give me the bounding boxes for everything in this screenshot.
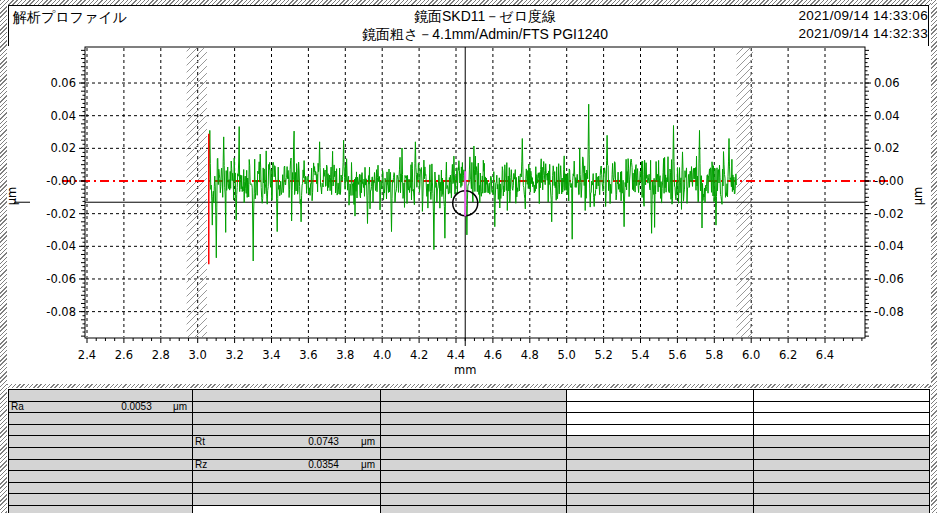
y-axis-left-labels: 0.060.040.02-0.00-0.02-0.04-0.06-0.08 (46, 76, 76, 319)
table-cell (754, 413, 930, 425)
table-cell (567, 448, 754, 460)
table-cell (381, 494, 567, 506)
table-cell (193, 390, 381, 402)
table-cell (381, 471, 567, 483)
metric-unit: μm (339, 436, 380, 447)
table-cell (567, 494, 754, 506)
table-cell (193, 448, 381, 460)
table-cell (9, 471, 193, 483)
svg-text:μm: μm (911, 187, 925, 206)
table-cell (193, 425, 381, 437)
svg-text:5.0: 5.0 (558, 348, 576, 362)
svg-text:4.4: 4.4 (447, 348, 465, 362)
svg-text:0.06: 0.06 (874, 76, 900, 90)
table-cell (9, 390, 193, 402)
table-cell (754, 425, 930, 437)
table-cell (9, 425, 193, 437)
table-cell (381, 448, 567, 460)
svg-text:4.0: 4.0 (373, 348, 391, 362)
metric-value: 0.0743 (221, 436, 339, 447)
metric-value: 0.0053 (37, 401, 152, 412)
svg-text:-0.04: -0.04 (46, 239, 76, 253)
y-axis-unit-right: μm (911, 187, 925, 206)
table-cell (754, 471, 930, 483)
table-cell (754, 402, 930, 414)
table-cell (754, 494, 930, 506)
results-table: Ra0.0053μmRt0.0743μmRz0.0354μm (8, 389, 930, 513)
x-axis-unit: mm (454, 363, 476, 377)
table-cell (754, 460, 930, 472)
svg-text:-0.02: -0.02 (874, 207, 904, 221)
svg-text:0.02: 0.02 (50, 141, 76, 155)
metric-unit: μm (152, 401, 192, 412)
profile-trace (209, 104, 737, 261)
table-cell (381, 483, 567, 495)
table-cell (567, 425, 754, 437)
svg-text:5.2: 5.2 (594, 348, 612, 362)
x-axis-labels: 2.42.62.83.03.23.43.63.84.04.24.44.64.85… (78, 348, 834, 362)
table-cell (754, 436, 930, 448)
table-cell (567, 436, 754, 448)
table-cell (754, 483, 930, 495)
svg-text:6.0: 6.0 (742, 348, 760, 362)
metric-value: 0.0354 (221, 459, 339, 470)
svg-text:3.4: 3.4 (262, 348, 280, 362)
svg-text:μm: μm (5, 187, 19, 206)
table-cell (754, 390, 930, 402)
table-cell (381, 413, 567, 425)
table-cell (754, 448, 930, 460)
table-cell (193, 471, 381, 483)
svg-text:-0.00: -0.00 (874, 174, 904, 188)
table-cell (567, 506, 754, 513)
table-cell (381, 436, 567, 448)
table-cell (9, 413, 193, 425)
table-cell (567, 390, 754, 402)
y-axis-right-labels: 0.060.040.02-0.00-0.02-0.04-0.06-0.08 (874, 76, 904, 319)
svg-text:4.6: 4.6 (484, 348, 502, 362)
table-cell (381, 402, 567, 414)
svg-text:0.06: 0.06 (50, 76, 76, 90)
table-cell (754, 506, 930, 513)
metric-cell-ra: Ra0.0053μm (9, 402, 193, 414)
table-cell (193, 483, 381, 495)
profile-chart[interactable]: 2.42.62.83.03.23.43.63.84.04.24.44.64.85… (0, 0, 937, 385)
svg-text:-0.02: -0.02 (46, 207, 76, 221)
svg-text:5.8: 5.8 (705, 348, 723, 362)
table-cell (9, 483, 193, 495)
table-cell (567, 413, 754, 425)
svg-text:2.8: 2.8 (152, 348, 170, 362)
metric-cell-rt: Rt0.0743μm (193, 436, 381, 448)
svg-text:-0.06: -0.06 (46, 272, 76, 286)
table-cell (9, 506, 193, 513)
svg-text:3.0: 3.0 (189, 348, 207, 362)
table-cell (567, 460, 754, 472)
table-cell (567, 402, 754, 414)
svg-text:2.6: 2.6 (115, 348, 133, 362)
metric-cell-rz: Rz0.0354μm (193, 460, 381, 472)
svg-text:3.8: 3.8 (336, 348, 354, 362)
svg-text:5.4: 5.4 (631, 348, 649, 362)
svg-text:0.02: 0.02 (874, 141, 900, 155)
table-cell (567, 471, 754, 483)
svg-text:6.2: 6.2 (779, 348, 797, 362)
svg-text:6.4: 6.4 (816, 348, 834, 362)
metric-label: Ra (9, 401, 37, 412)
table-cell (193, 413, 381, 425)
svg-text:0.04: 0.04 (50, 109, 76, 123)
table-cell (381, 425, 567, 437)
table-cell (193, 506, 381, 513)
table-cell (9, 494, 193, 506)
y-axis-unit-left: μm (5, 187, 19, 206)
svg-text:5.6: 5.6 (668, 348, 686, 362)
metric-label: Rt (193, 436, 221, 447)
svg-text:3.2: 3.2 (225, 348, 243, 362)
table-cell (9, 448, 193, 460)
svg-text:4.2: 4.2 (410, 348, 428, 362)
svg-text:-0.08: -0.08 (874, 305, 904, 319)
svg-text:-0.00: -0.00 (46, 174, 76, 188)
svg-text:-0.06: -0.06 (874, 272, 904, 286)
table-cell (9, 436, 193, 448)
table-cell (193, 494, 381, 506)
svg-text:3.6: 3.6 (299, 348, 317, 362)
svg-text:-0.08: -0.08 (46, 305, 76, 319)
